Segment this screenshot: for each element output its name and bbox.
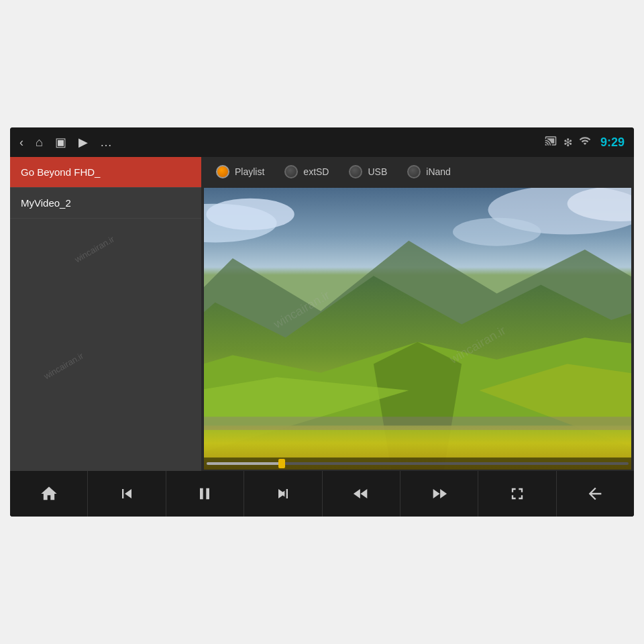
usb-dot xyxy=(349,165,362,178)
progress-container[interactable] xyxy=(204,458,631,470)
time-display: 9:29 xyxy=(600,136,625,150)
status-icons: ❇ 9:29 xyxy=(545,135,625,150)
video-area: Playlist extSD USB iNand xyxy=(201,157,634,471)
home-button[interactable] xyxy=(10,471,88,517)
camera-icon[interactable]: ▶ xyxy=(78,135,88,150)
pause-button[interactable] xyxy=(166,471,244,517)
watermark2: wincairan.ir xyxy=(42,351,85,382)
back-icon[interactable]: ‹ xyxy=(19,136,23,150)
fast-forward-button[interactable] xyxy=(400,471,478,517)
nav-icons: ‹ ⌂ ▣ ▶ … xyxy=(19,135,545,150)
fullscreen-button[interactable] xyxy=(478,471,556,517)
extsd-dot xyxy=(284,165,298,178)
device-frame: ‹ ⌂ ▣ ▶ … ❇ 9:29 Go Beyond FHD_ xyxy=(10,127,634,517)
back-button[interactable] xyxy=(557,471,634,517)
main-content: Go Beyond FHD_ MyVideo_2 wincairan.ir wi… xyxy=(10,157,634,471)
playlist-dot xyxy=(216,165,229,178)
extsd-label: extSD xyxy=(303,166,329,177)
prev-button[interactable] xyxy=(88,471,166,517)
tab-playlist[interactable]: Playlist xyxy=(208,162,272,181)
video-thumbnail: wincairan.ir wincairan.ir xyxy=(204,188,631,470)
bluetooth-icon: ❇ xyxy=(564,136,572,149)
home-icon[interactable]: ⌂ xyxy=(36,136,43,150)
svg-rect-13 xyxy=(204,417,631,430)
cast-icon xyxy=(545,135,557,150)
next-button[interactable] xyxy=(244,471,322,517)
inand-label: iNand xyxy=(426,166,451,177)
tab-inand[interactable]: iNand xyxy=(399,162,459,181)
playlist-item-1[interactable]: Go Beyond FHD_ xyxy=(10,157,201,188)
playlist-label: Playlist xyxy=(235,166,264,177)
usb-label: USB xyxy=(368,166,387,177)
inand-dot xyxy=(407,165,421,178)
video-player[interactable]: wincairan.ir wincairan.ir xyxy=(204,188,631,470)
wifi-icon xyxy=(579,135,591,150)
playlist-item-2[interactable]: MyVideo_2 xyxy=(10,188,201,219)
svg-point-2 xyxy=(207,199,294,230)
recent-apps-icon[interactable]: ▣ xyxy=(55,135,66,150)
status-bar: ‹ ⌂ ▣ ▶ … ❇ 9:29 xyxy=(10,127,634,157)
source-tabs: Playlist extSD USB iNand xyxy=(201,157,634,186)
controls-bar xyxy=(10,471,634,517)
progress-fill xyxy=(207,462,282,465)
tab-usb[interactable]: USB xyxy=(341,162,395,181)
menu-icon[interactable]: … xyxy=(100,136,112,150)
progress-bar[interactable] xyxy=(207,462,629,465)
tab-extsd[interactable]: extSD xyxy=(276,162,337,181)
svg-point-5 xyxy=(453,218,541,246)
watermark: wincairan.ir xyxy=(73,234,116,265)
playlist-sidebar: Go Beyond FHD_ MyVideo_2 wincairan.ir wi… xyxy=(10,157,201,471)
rewind-button[interactable] xyxy=(323,471,400,517)
progress-thumb xyxy=(278,459,285,468)
